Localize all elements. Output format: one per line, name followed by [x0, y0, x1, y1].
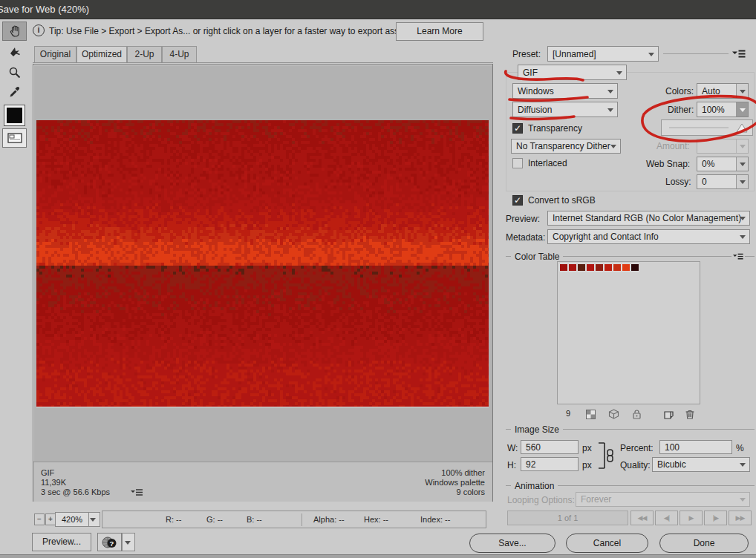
- color-swatch[interactable]: [604, 263, 613, 272]
- toggle-slices-button[interactable]: [2, 128, 27, 148]
- slice-select-tool-button[interactable]: [2, 42, 27, 62]
- browser-select-dropdown-button[interactable]: [122, 533, 135, 551]
- color-table-swatch-panel[interactable]: [557, 261, 700, 404]
- cancel-button[interactable]: Cancel: [566, 534, 648, 553]
- optimized-image-preview[interactable]: [36, 120, 489, 407]
- color-swatch[interactable]: [630, 263, 639, 272]
- hand-tool-button[interactable]: [2, 22, 27, 41]
- dither-amount-field[interactable]: 100%: [697, 102, 749, 117]
- metadata-dropdown[interactable]: Copyright and Contact Info: [547, 229, 750, 244]
- eyedropper-tool-button[interactable]: [2, 82, 27, 102]
- tab-4up[interactable]: 4-Up: [162, 46, 197, 62]
- transparency-dither-dropdown[interactable]: No Transparency Dither: [511, 139, 621, 154]
- quality-label: Quality:: [620, 460, 651, 470]
- readout-divider: [302, 513, 302, 526]
- dither-slider-chevron-icon[interactable]: [736, 102, 748, 116]
- colors-chevron-icon[interactable]: [736, 84, 748, 98]
- dither-slider-popup[interactable]: [661, 119, 753, 136]
- palette-dropdown[interactable]: Windows: [512, 83, 618, 99]
- color-readout-bar: R: -- G: -- B: -- Alpha: -- Hex: -- Inde…: [102, 511, 486, 528]
- width-unit: px: [582, 443, 592, 453]
- web-snap-field[interactable]: 0%: [697, 157, 749, 171]
- looping-options-label: Looping Options:: [507, 495, 575, 505]
- readout-alpha: Alpha: --: [313, 515, 345, 524]
- preview-profile-dropdown[interactable]: Internet Standard RGB (No Color Manageme…: [547, 211, 750, 226]
- amount-field: [697, 139, 749, 154]
- color-swatches: [559, 263, 639, 272]
- percent-field[interactable]: 100: [659, 440, 732, 454]
- color-swatch[interactable]: [622, 263, 630, 272]
- color-swatch[interactable]: [568, 263, 577, 272]
- tab-optimized[interactable]: Optimized: [76, 46, 127, 62]
- tabbar-underline: [33, 62, 493, 63]
- optimize-menu-icon[interactable]: [732, 50, 746, 59]
- dither-slider-track[interactable]: [669, 128, 729, 128]
- width-field[interactable]: 560: [521, 440, 579, 454]
- download-speed-menu-icon[interactable]: [131, 489, 143, 497]
- previous-frame-button: ◀|: [655, 511, 678, 525]
- metadata-value: Copyright and Contact Info: [553, 232, 659, 242]
- zoom-level-dropdown-button[interactable]: [88, 512, 100, 527]
- colors-dropdown[interactable]: Auto: [697, 83, 749, 99]
- zoom-out-button[interactable]: −: [34, 513, 45, 525]
- save-button[interactable]: Save...: [469, 534, 555, 553]
- zoom-tool-button[interactable]: [2, 63, 27, 82]
- color-table-title: Color Table: [511, 252, 563, 262]
- learn-more-button[interactable]: Learn More: [396, 22, 483, 41]
- preset-divider-line: [663, 53, 729, 54]
- format-value: GIF: [523, 68, 538, 78]
- lossy-value: 0: [702, 177, 707, 187]
- slice-select-icon: [7, 45, 22, 59]
- format-info: GIF: [41, 468, 54, 477]
- palette-info: Windows palette: [425, 478, 485, 487]
- amount-chevron-icon: [736, 140, 748, 153]
- colors-value: Auto: [702, 86, 720, 96]
- color-swatch[interactable]: [559, 263, 568, 272]
- convert-srgb-checkbox[interactable]: [512, 195, 523, 206]
- readout-g: G: --: [206, 515, 223, 524]
- format-dropdown[interactable]: GIF: [518, 65, 627, 80]
- done-button[interactable]: Done: [659, 534, 749, 553]
- transparency-map-icon[interactable]: [586, 410, 596, 419]
- metadata-label: Metadata:: [506, 232, 545, 243]
- browser-globe-icon: ?: [101, 535, 119, 550]
- color-swatch[interactable]: [595, 263, 604, 272]
- browser-select-button[interactable]: ?: [97, 533, 122, 551]
- dither-info: 100% dither: [441, 468, 485, 477]
- quality-dropdown[interactable]: Bicubic: [652, 457, 750, 472]
- lossy-field[interactable]: 0: [697, 174, 749, 189]
- tab-original[interactable]: Original: [34, 46, 76, 62]
- new-color-icon[interactable]: [663, 409, 674, 419]
- delete-color-icon[interactable]: [685, 409, 695, 419]
- color-swatch[interactable]: [586, 263, 595, 272]
- interlaced-checkbox[interactable]: [512, 158, 523, 168]
- height-field[interactable]: 92: [521, 457, 579, 471]
- readout-hex: Hex: --: [364, 515, 388, 524]
- preset-label: Preset:: [512, 49, 541, 59]
- dither-slider-thumb[interactable]: [736, 123, 748, 133]
- slices-visibility-icon: [7, 131, 23, 145]
- color-swatch[interactable]: [577, 263, 586, 272]
- color-table-menu-icon[interactable]: [731, 252, 745, 261]
- tab-2up[interactable]: 2-Up: [127, 46, 162, 62]
- window-bottom-edge: [0, 554, 756, 558]
- web-snap-chevron-icon[interactable]: [736, 157, 748, 171]
- constrain-proportions-link-icon[interactable]: [598, 441, 617, 470]
- dither-method-dropdown[interactable]: Diffusion: [512, 102, 618, 117]
- preset-dropdown[interactable]: [Unnamed]: [547, 46, 659, 62]
- colors-info: 9 colors: [456, 488, 485, 496]
- lossy-chevron-icon[interactable]: [736, 175, 748, 188]
- web-shift-cube-icon[interactable]: [608, 409, 619, 419]
- animation-title: Animation: [511, 481, 558, 491]
- preview-profile-label: Preview:: [506, 214, 540, 224]
- lock-color-icon[interactable]: [632, 409, 642, 419]
- preview-in-browser-button[interactable]: Preview...: [32, 533, 91, 551]
- play-button: ▶: [680, 511, 703, 525]
- eyedropper-color-swatch[interactable]: [4, 105, 25, 126]
- color-swatch[interactable]: [613, 263, 622, 272]
- zoom-in-button[interactable]: +: [45, 513, 56, 525]
- looping-options-value: Forever: [581, 494, 611, 505]
- transparency-checkbox[interactable]: [512, 123, 523, 134]
- zoom-level-field[interactable]: 420%: [55, 512, 89, 527]
- frame-status: 1 of 1: [507, 511, 628, 525]
